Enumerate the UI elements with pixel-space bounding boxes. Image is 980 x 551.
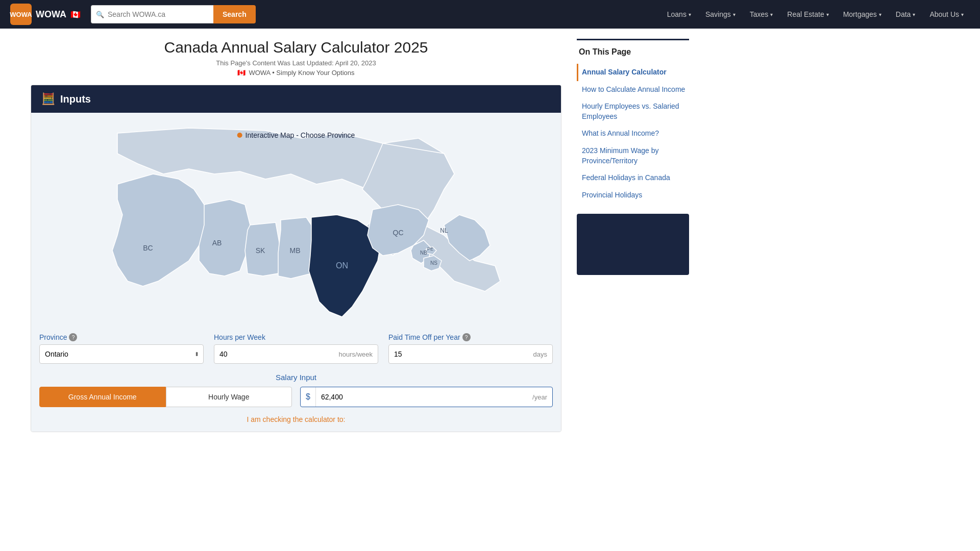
checking-text: I am checking the calculator to: — [39, 415, 553, 423]
inputs-header: Inputs — [60, 93, 91, 105]
canada-svg: BC AB SK MB ON QC NL NB NS PE — [87, 123, 505, 322]
map-dot-icon — [237, 133, 242, 138]
nav-savings[interactable]: Savings ▾ — [699, 6, 742, 22]
calculator-icon: 🧮 — [41, 92, 55, 106]
logo-text: WOWA — [10, 11, 32, 18]
hours-suffix: hours/week — [339, 350, 373, 358]
chevron-down-icon: ▾ — [826, 12, 829, 17]
page-brand: 🇨🇦 WOWA • Simply Know Your Options — [31, 69, 561, 77]
main-content: Canada Annual Salary Calculator 2025 Thi… — [31, 39, 561, 432]
sidebar-item-minimum-wage[interactable]: 2023 Minimum Wage by Province/Territory — [577, 142, 689, 169]
calc-header: 🧮 Inputs — [31, 85, 561, 113]
brand-name: WOWA — [36, 9, 66, 20]
hourly-wage-btn[interactable]: Hourly Wage — [166, 387, 292, 407]
salary-input-row: Gross Annual Income Hourly Wage $ /year — [39, 387, 553, 407]
main-nav: Loans ▾ Savings ▾ Taxes ▾ Real Estate ▾ … — [661, 6, 970, 22]
logo[interactable]: WOWA WOWA 🇨🇦 — [10, 4, 81, 25]
sidebar-item-annual-salary[interactable]: Annual Salary Calculator — [577, 64, 689, 81]
province-label: Province ? — [39, 333, 204, 341]
sidebar-item-federal-holidays[interactable]: Federal Holidays in Canada — [577, 169, 689, 187]
sidebar-advertisement — [577, 214, 689, 275]
sidebar-box: On This Page Annual Salary Calculator Ho… — [577, 39, 689, 282]
salary-value-wrap: $ /year — [300, 387, 553, 407]
province-select-wrapper: Ontario Alberta British Columbia Manitob… — [39, 344, 204, 364]
canada-flag-small: 🇨🇦 — [237, 69, 246, 77]
logo-box: WOWA — [10, 4, 32, 25]
nl-label: NL — [440, 227, 448, 234]
calc-body: Interactive Map - Choose Province — [31, 113, 561, 432]
last-updated: This Page's Content Was Last Updated: Ap… — [31, 59, 561, 67]
salary-input[interactable] — [316, 393, 527, 401]
on-this-page-title: On This Page — [577, 47, 689, 57]
canada-flag-icon: 🇨🇦 — [70, 10, 81, 19]
nav-mortgages[interactable]: Mortgages ▾ — [837, 6, 888, 22]
nav-about-us[interactable]: About Us ▾ — [923, 6, 970, 22]
salary-suffix: /year — [527, 393, 552, 401]
sidebar-item-provincial-holidays[interactable]: Provincial Holidays — [577, 187, 689, 204]
map-label-text: Interactive Map - Choose Province — [246, 131, 355, 139]
search-button[interactable]: Search — [213, 5, 256, 23]
nb-label: NB — [420, 250, 427, 256]
page-title: Canada Annual Salary Calculator 2025 — [31, 39, 561, 56]
chevron-down-icon: ▾ — [689, 12, 691, 17]
salary-section: Salary Input Gross Annual Income Hourly … — [39, 373, 553, 407]
hours-label: Hours per Week — [214, 333, 378, 341]
chevron-down-icon: ▾ — [770, 12, 773, 17]
page-wrapper: Canada Annual Salary Calculator 2025 Thi… — [0, 29, 980, 432]
salary-currency-icon: $ — [301, 387, 316, 407]
hours-input[interactable] — [219, 350, 339, 358]
salary-toggle: Gross Annual Income Hourly Wage — [39, 387, 292, 407]
pto-info-icon[interactable]: ? — [462, 333, 471, 341]
province-group: Province ? Ontario Alberta British Colum… — [39, 333, 204, 364]
sidebar-item-how-to-calculate[interactable]: How to Calculate Annual Income — [577, 81, 689, 98]
pto-label: Paid Time Off per Year ? — [388, 333, 553, 341]
mb-label: MB — [290, 246, 301, 255]
inputs-row: Province ? Ontario Alberta British Colum… — [39, 325, 553, 368]
province-select[interactable]: Ontario Alberta British Columbia Manitob… — [40, 345, 203, 363]
pto-input[interactable] — [394, 350, 533, 358]
chevron-down-icon: ▾ — [961, 12, 964, 17]
site-header: WOWA WOWA 🇨🇦 🔍 Search Loans ▾ Savings ▾ … — [0, 0, 980, 29]
search-area: 🔍 Search — [91, 5, 256, 23]
salary-value-row: $ /year — [300, 387, 553, 407]
search-input[interactable] — [91, 5, 213, 23]
nav-taxes[interactable]: Taxes ▾ — [744, 6, 779, 22]
on-label: ON — [336, 261, 348, 270]
sk-label: SK — [256, 246, 265, 255]
brand-tagline: WOWA • Simply Know Your Options — [249, 69, 354, 77]
canada-map[interactable]: BC AB SK MB ON QC NL NB NS PE — [87, 123, 505, 323]
map-label[interactable]: Interactive Map - Choose Province — [237, 131, 355, 139]
chevron-down-icon: ▾ — [879, 12, 881, 17]
pto-input-wrapper: days — [388, 344, 553, 364]
chevron-down-icon: ▾ — [913, 12, 915, 17]
pe-label: PE — [427, 246, 433, 252]
nav-loans[interactable]: Loans ▾ — [661, 6, 697, 22]
salary-input-title: Salary Input — [39, 373, 553, 382]
gross-annual-btn[interactable]: Gross Annual Income — [39, 387, 166, 407]
chevron-down-icon: ▾ — [733, 12, 736, 17]
qc-label: QC — [393, 229, 404, 237]
pto-group: Paid Time Off per Year ? days — [388, 333, 553, 364]
ns-label: NS — [430, 260, 437, 266]
sidebar-item-hourly-vs-salaried[interactable]: Hourly Employees vs. Salaried Employees — [577, 98, 689, 125]
calculator-box: 🧮 Inputs Interactive Map - Choose Provin… — [31, 85, 561, 432]
nav-real-estate[interactable]: Real Estate ▾ — [781, 6, 835, 22]
bc-label: BC — [143, 244, 153, 252]
salary-toggle-wrap: Gross Annual Income Hourly Wage — [39, 387, 292, 407]
nav-data[interactable]: Data ▾ — [890, 6, 922, 22]
sidebar: On This Page Annual Salary Calculator Ho… — [577, 39, 689, 432]
province-info-icon[interactable]: ? — [69, 333, 77, 341]
ab-label: AB — [212, 239, 222, 247]
sidebar-item-what-is-annual[interactable]: What is Annual Income? — [577, 125, 689, 142]
pto-suffix: days — [533, 350, 547, 358]
hours-group: Hours per Week hours/week — [214, 333, 378, 364]
map-container: Interactive Map - Choose Province — [39, 121, 553, 325]
hours-input-wrapper: hours/week — [214, 344, 378, 364]
